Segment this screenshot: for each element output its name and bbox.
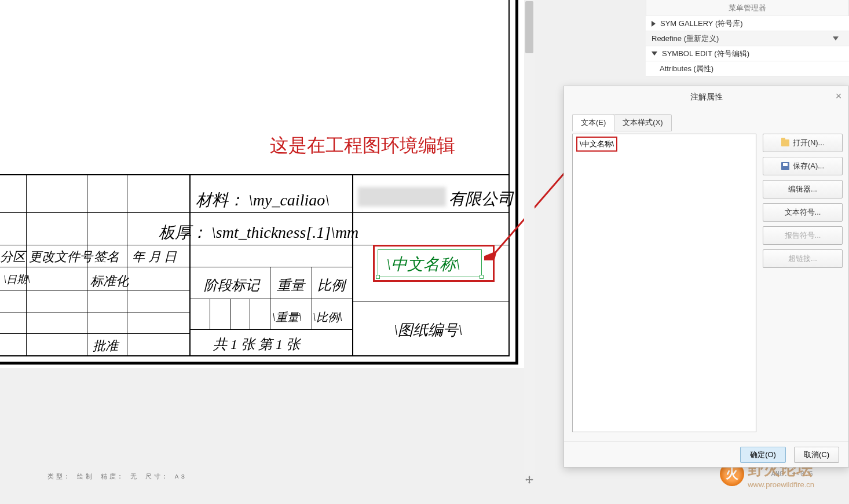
drawing-sheet: 材料： \my_cailiao\ 板厚： \smt_thickness[.1]\… <box>0 0 524 368</box>
menu-item-symbol-edit[interactable]: SYMBOL EDIT (符号编辑) <box>646 46 849 61</box>
editor-button[interactable]: 编辑器... <box>763 180 843 198</box>
chevron-down-icon <box>652 51 657 56</box>
tb-changeno: 更改文件号 <box>29 248 93 266</box>
dialog-title: 注解属性 × <box>564 86 848 107</box>
footer-left: 类型: 绘制 精度: 无 尺寸: A3 <box>47 472 187 481</box>
save-button[interactable]: 保存(A)... <box>763 157 843 175</box>
cancel-button[interactable]: 取消(C) <box>794 447 839 463</box>
tb-date-h: 年 月 日 <box>132 248 177 266</box>
tb-row-date[interactable]: \日期\ <box>3 273 30 286</box>
report-symbol-button: 报告符号... <box>763 226 843 245</box>
tb-weight-h: 重量 <box>277 276 305 295</box>
menu-item-sym-gallery[interactable]: SYM GALLERY (符号库) <box>646 16 849 31</box>
open-button[interactable]: 打开(N)... <box>763 134 843 152</box>
pan-icon[interactable] <box>524 474 535 485</box>
vertical-scrollbar[interactable] <box>524 0 535 474</box>
dialog-footer: 确定(O) 取消(C) <box>564 442 848 467</box>
tb-row-std: 标准化 <box>90 273 129 290</box>
menu-item-label: Redefine (重新定义) <box>652 31 719 46</box>
dialog-title-text: 注解属性 <box>690 92 723 101</box>
tb-material[interactable]: 材料： \my_cailiao\ <box>196 189 330 211</box>
text-value[interactable]: \中文名称\ <box>577 138 616 150</box>
tb-thickness[interactable]: 板厚： \smt_thickness[.1]\mm <box>159 222 358 244</box>
tb-row-approve: 批准 <box>93 337 118 355</box>
dropdown-icon <box>833 36 839 41</box>
menu-item-label: SYMBOL EDIT (符号编辑) <box>662 46 749 61</box>
dialog-side-buttons: 打开(N)... 保存(A)... 编辑器... 文本符号... 报告符号...… <box>763 134 843 268</box>
hyperlink-button: 超链接... <box>763 249 843 268</box>
redacted-company <box>358 187 446 207</box>
tb-drawing-no[interactable]: \图纸编号\ <box>394 320 462 340</box>
menu-item-label: SYM GALLERY (符号库) <box>660 16 743 31</box>
tb-sign: 签名 <box>94 248 119 266</box>
menu-manager: 菜单管理器 SYM GALLERY (符号库) Redefine (重新定义) … <box>646 0 849 76</box>
inner-frame: 材料： \my_cailiao\ 板厚： \smt_thickness[.1]\… <box>0 0 510 356</box>
tb-company: 有限公司 <box>449 188 514 210</box>
title-block: 材料： \my_cailiao\ 板厚： \smt_thickness[.1]\… <box>0 174 508 355</box>
text-symbol-button[interactable]: 文本符号... <box>763 203 843 222</box>
annotation-properties-dialog: 注解属性 × 文本(E) 文本样式(X) \中文名称\ 打开(N)... 保存(… <box>563 86 849 468</box>
text-input-area[interactable]: \中文名称\ <box>572 134 756 432</box>
menu-manager-title: 菜单管理器 <box>646 0 849 16</box>
tab-text-style[interactable]: 文本样式(X) <box>614 114 671 131</box>
ok-button[interactable]: 确定(O) <box>740 447 786 463</box>
menu-item-redefine[interactable]: Redefine (重新定义) <box>646 31 849 46</box>
tb-scale-v[interactable]: \比例\ <box>313 310 342 325</box>
tb-stage: 阶段标记 <box>204 276 259 295</box>
menu-item-label: Attributes (属性) <box>660 61 713 76</box>
menu-item-attributes[interactable]: Attributes (属性) <box>646 61 849 76</box>
tb-weight-v[interactable]: \重量\ <box>272 310 302 325</box>
tb-page-info: 共 1 张 第 1 张 <box>213 335 300 354</box>
folder-icon <box>781 139 789 146</box>
tab-text[interactable]: 文本(E) <box>572 114 614 131</box>
red-highlight-selected <box>373 245 495 282</box>
tb-zone: 分区 <box>0 248 25 266</box>
scrollbar-thumb[interactable] <box>525 1 533 53</box>
drawing-canvas[interactable]: 材料： \my_cailiao\ 板厚： \smt_thickness[.1]\… <box>0 0 646 504</box>
tabs: 文本(E) 文本样式(X) <box>572 114 843 131</box>
annotation-note: 这是在工程图环境编辑 <box>270 133 455 159</box>
save-icon <box>781 162 789 170</box>
dialog-close-button[interactable]: × <box>833 91 844 101</box>
tb-scale-h: 比例 <box>317 276 345 295</box>
chevron-right-icon <box>652 21 656 27</box>
